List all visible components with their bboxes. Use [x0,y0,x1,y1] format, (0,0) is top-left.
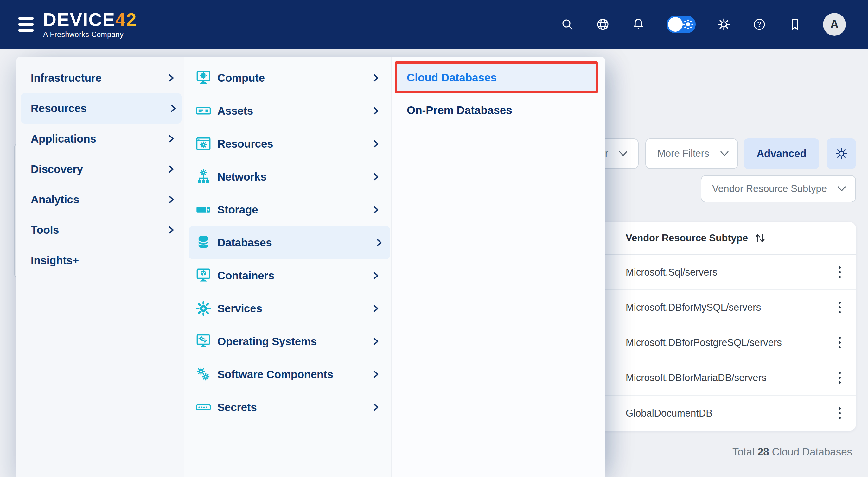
row-actions-kebab-icon[interactable] [836,369,843,386]
menu-item-services[interactable]: Services [184,292,391,325]
search-icon[interactable] [560,17,575,32]
chevron-right-icon [167,226,175,234]
cell-vendor-resource-subtype: Microsoft.DBforMySQL/servers [626,302,761,313]
menu-item-label: Storage [217,203,258,216]
menu-item-label: Resources [217,137,273,150]
menu-item-resources[interactable]: Resources [21,93,182,124]
truncated-filter-label: r [605,148,608,159]
table-settings-button[interactable] [827,138,856,169]
menu-item-label: On-Prem Databases [407,104,512,117]
storage-icon [195,201,212,218]
header-actions: ? A [560,13,846,36]
menu-item-insights-plus[interactable]: Insights+ [17,245,184,276]
chevron-right-icon [372,337,380,346]
services-icon [195,300,212,317]
top-header: DEVICE42 A Freshworks Company ? A [0,0,868,49]
more-filters-label: More Filters [657,148,709,159]
gear-icon[interactable] [717,17,731,32]
table-row: Microsoft.Sql/servers [589,255,856,290]
cell-vendor-resource-subtype: Microsoft.DBforPostgreSQL/servers [626,337,782,348]
brand-logo: DEVICE42 A Freshworks Company [43,10,137,39]
globe-icon[interactable] [595,17,610,32]
chevron-right-icon [372,140,380,148]
chevron-down-icon [720,150,729,157]
menu-item-label: Databases [217,236,272,249]
menu-item-label: Compute [217,71,265,84]
menu-item-compute[interactable]: Compute [184,61,391,94]
menu-item-assets[interactable]: Assets [184,94,391,127]
more-filters-dropdown[interactable]: More Filters [645,138,738,169]
table-row: Microsoft.DBforMariaDB/servers [589,360,856,395]
bell-icon[interactable] [631,17,646,32]
row-actions-kebab-icon[interactable] [836,334,843,351]
menu-item-label: Secrets [217,401,257,414]
help-icon[interactable]: ? [752,17,767,32]
software-components-icon [195,366,212,383]
toggle-knob [668,17,683,32]
hamburger-menu-icon[interactable] [19,17,34,32]
advanced-label: Advanced [756,148,807,160]
table-row: Microsoft.DBforPostgreSQL/servers [589,325,856,360]
chevron-down-icon [837,185,846,192]
menu-item-label: Tools [31,224,59,236]
menu-item-label: Discovery [31,163,83,176]
menu-item-storage[interactable]: Storage [184,193,391,226]
chevron-right-icon [167,135,175,143]
menu-item-cloud-databases[interactable]: Cloud Databases [395,61,598,93]
menu-item-resources-sub[interactable]: Resources [184,127,391,160]
chevron-right-icon [372,172,380,181]
column-header-vendor-resource-subtype[interactable]: Vendor Resource Subtype [589,222,856,255]
menu-column-level2: Compute Assets Resources Networks [184,57,391,477]
menu-item-infrastructure[interactable]: Infrastructure [17,63,184,93]
column-filter-dropdown[interactable]: Vendor Resource Subtype [701,175,856,202]
menu-item-analytics[interactable]: Analytics [17,184,184,215]
menu-item-secrets[interactable]: Secrets [184,391,391,424]
chevron-right-icon [372,305,380,313]
menu-item-label: Networks [217,170,267,183]
secrets-icon [195,399,212,416]
compute-icon [195,70,212,86]
menu-item-label: Cloud Databases [407,71,497,84]
total-suffix: Cloud Databases [772,446,852,458]
menu-item-label: Insights+ [31,254,79,267]
chevron-right-icon [375,238,383,247]
chevron-right-icon [167,195,175,204]
resources-icon [195,135,212,152]
total-count: 28 [757,446,769,458]
menu-item-applications[interactable]: Applications [17,124,184,154]
menu-item-operating-systems[interactable]: Operating Systems [184,325,391,358]
menu-item-label: Containers [217,269,274,282]
menu-column-divider [190,475,392,475]
menu-item-label: Analytics [31,193,79,206]
menu-item-discovery[interactable]: Discovery [17,154,184,184]
menu-item-containers[interactable]: Containers [184,259,391,292]
menu-item-software-components[interactable]: Software Components [184,358,391,391]
row-actions-kebab-icon[interactable] [836,405,843,421]
column-header-label: Vendor Resource Subtype [626,232,748,244]
cell-vendor-resource-subtype: Microsoft.DBforMariaDB/servers [626,372,766,384]
operating-systems-icon [195,333,212,350]
menu-item-databases[interactable]: Databases [189,226,390,259]
brand-accent: 42 [115,9,137,30]
menu-item-networks[interactable]: Networks [184,160,391,193]
menu-item-label: Services [217,302,262,315]
chevron-right-icon [167,74,175,82]
bookmark-icon[interactable] [787,17,802,32]
table-row: GlobalDocumentDB [589,395,856,431]
theme-toggle[interactable] [666,15,696,33]
chevron-right-icon [167,165,175,173]
advanced-button[interactable]: Advanced [744,138,819,169]
menu-item-on-prem-databases[interactable]: On-Prem Databases [392,94,605,126]
menu-item-label: Applications [31,132,96,145]
table-row: Microsoft.DBforMySQL/servers [589,290,856,325]
menu-item-label: Infrastructure [31,71,101,84]
menu-column-level3: Cloud Databases On-Prem Databases [391,57,605,477]
chevron-right-icon [372,205,380,214]
menu-item-tools[interactable]: Tools [17,215,184,245]
row-actions-kebab-icon[interactable] [836,299,843,316]
row-actions-kebab-icon[interactable] [836,264,843,281]
chevron-right-icon [372,370,380,379]
user-avatar[interactable]: A [823,13,846,36]
menu-item-label: Software Components [217,368,333,381]
brand-name: DEVICE [43,9,115,30]
